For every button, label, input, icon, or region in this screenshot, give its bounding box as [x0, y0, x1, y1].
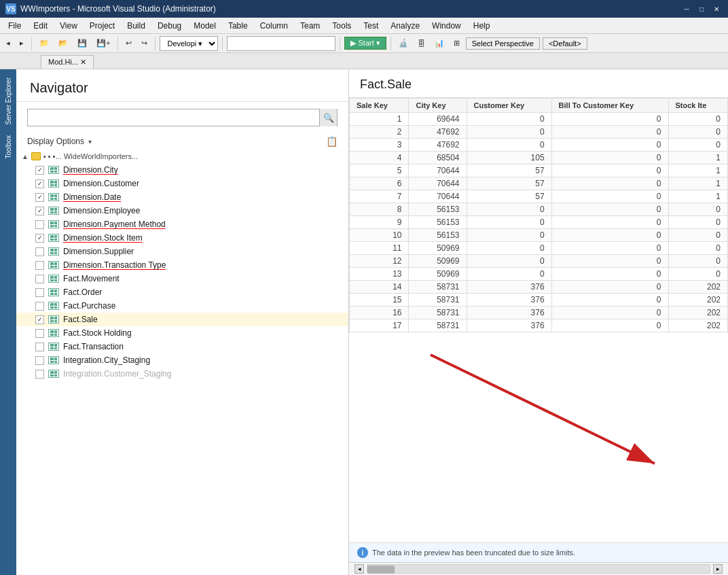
undo-button[interactable]: ↩: [122, 37, 135, 50]
menu-table[interactable]: Table: [223, 20, 253, 32]
window-controls: ─ □ ✕: [680, 3, 723, 14]
forward-button[interactable]: ▸: [16, 37, 27, 50]
menu-tools[interactable]: Tools: [327, 20, 357, 32]
table-cell: 0: [551, 307, 668, 319]
table-cell: 0: [467, 229, 551, 242]
menu-project[interactable]: Project: [84, 20, 120, 32]
display-options-dropdown-icon[interactable]: ▾: [88, 138, 92, 145]
new-project-button[interactable]: 📁: [36, 37, 52, 50]
table-item[interactable]: ✓ Dimension.Customer: [16, 177, 348, 190]
table-cell: 0: [551, 229, 668, 242]
scroll-right-button[interactable]: ▸: [713, 564, 723, 574]
checkbox-dimension-supplier[interactable]: [35, 247, 44, 256]
checkbox-fact-stockholding[interactable]: [35, 329, 44, 338]
search-input[interactable]: [28, 111, 319, 124]
menu-column[interactable]: Column: [255, 20, 293, 32]
table-cell: 0: [668, 242, 727, 255]
sidebar-toolbox[interactable]: Toolbox: [2, 130, 15, 164]
checkbox-fact-sale[interactable]: ✓: [35, 315, 44, 324]
checkbox-integration-customer[interactable]: [35, 370, 44, 379]
table-item[interactable]: Dimension.Transaction Type: [16, 258, 348, 272]
table-cell: 1: [668, 190, 727, 203]
tab-model-history[interactable]: Mod.Hi... ✕: [41, 55, 94, 69]
menu-analyze[interactable]: Analyze: [385, 20, 425, 32]
table-item[interactable]: Integration.City_Staging: [16, 353, 348, 367]
db-button[interactable]: 🗄: [414, 37, 429, 50]
preview-table-wrapper[interactable]: Sale Key City Key Customer Key Bill To C…: [349, 98, 728, 542]
col-city-key: City Key: [409, 99, 467, 113]
checkbox-dimension-customer[interactable]: ✓: [35, 179, 44, 188]
table-cell: 50969: [409, 255, 467, 268]
table-item[interactable]: Fact.Movement: [16, 272, 348, 285]
table-item[interactable]: ✓ Dimension.Stock Item: [16, 231, 348, 245]
menu-test[interactable]: Test: [358, 20, 384, 32]
table-cell: 8: [350, 203, 409, 216]
close-button[interactable]: ✕: [710, 3, 723, 14]
menu-window[interactable]: Window: [426, 20, 467, 32]
save-button[interactable]: 💾: [74, 37, 90, 50]
table-item[interactable]: Fact.Stock Holding: [16, 326, 348, 340]
start-button[interactable]: ▶ Start ▾: [344, 37, 386, 50]
table-name-integration-customer: Integration.Customer_Staging: [63, 369, 171, 379]
default-perspective[interactable]: <Default>: [543, 37, 587, 50]
table-item[interactable]: Fact.Order: [16, 285, 348, 299]
maximize-button[interactable]: □: [695, 3, 708, 14]
table-item[interactable]: Dimension.Payment Method: [16, 217, 348, 231]
menu-debug[interactable]: Debug: [152, 20, 187, 32]
menu-edit[interactable]: Edit: [28, 20, 53, 32]
redo-button[interactable]: ↪: [138, 37, 151, 50]
tree-root-node[interactable]: ▲ ▪ ▪ ▪... WideWorldImporters...: [16, 150, 348, 163]
perf-button[interactable]: 🔬: [395, 37, 412, 50]
chart-button[interactable]: 📊: [431, 37, 448, 50]
tree-expand-icon[interactable]: ▲: [22, 153, 29, 160]
col-customer-key: Customer Key: [467, 99, 551, 113]
checkbox-integration-city[interactable]: [35, 356, 44, 365]
app-title: WWImporters - Microsoft Visual Studio (A…: [20, 4, 216, 14]
checkbox-fact-transaction[interactable]: [35, 343, 44, 351]
table-item[interactable]: ✓ Dimension.Date: [16, 190, 348, 204]
config-dropdown[interactable]: Developi ▾: [160, 36, 218, 51]
checkbox-fact-order[interactable]: [35, 288, 44, 297]
checkbox-dimension-date[interactable]: ✓: [35, 193, 44, 202]
title-bar: VS WWImporters - Microsoft Visual Studio…: [0, 0, 728, 18]
menu-build[interactable]: Build: [122, 20, 151, 32]
checkbox-dimension-stockitem[interactable]: ✓: [35, 234, 44, 243]
minimize-button[interactable]: ─: [680, 3, 693, 14]
grid-button[interactable]: ⊞: [450, 37, 463, 50]
checkbox-dimension-transaction[interactable]: [35, 261, 44, 270]
table-item[interactable]: Dimension.Supplier: [16, 245, 348, 258]
open-button[interactable]: 📂: [55, 37, 71, 50]
sidebar-server-explorer[interactable]: Server Explorer: [2, 72, 15, 130]
checkbox-dimension-city[interactable]: ✓: [35, 166, 44, 175]
table-icon: [48, 329, 59, 337]
col-bill-customer-key: Bill To Customer Key: [551, 99, 668, 113]
display-options-settings-icon[interactable]: 📋: [326, 136, 338, 147]
menu-model[interactable]: Model: [188, 20, 221, 32]
back-button[interactable]: ◂: [3, 37, 14, 50]
table-item[interactable]: Fact.Purchase: [16, 299, 348, 313]
search-icon[interactable]: 🔍: [319, 109, 337, 126]
table-row: 1350969000: [350, 268, 728, 281]
scroll-track[interactable]: [367, 564, 710, 574]
checkbox-dimension-employee[interactable]: ✓: [35, 207, 44, 215]
table-name-fact-purchase: Fact.Purchase: [63, 301, 115, 311]
display-options-label: Display Options: [27, 137, 84, 146]
save-all-button[interactable]: 💾+: [93, 37, 113, 50]
preview-title: Fact.Sale: [349, 69, 728, 98]
table-item[interactable]: ✓ Dimension.City: [16, 163, 348, 177]
checkbox-fact-movement[interactable]: [35, 275, 44, 283]
menu-bar: File Edit View Project Build Debug Model…: [0, 18, 728, 34]
menu-help[interactable]: Help: [468, 20, 496, 32]
table-item[interactable]: Integration.Customer_Staging: [16, 367, 348, 381]
separator-2: [117, 37, 118, 50]
checkbox-dimension-payment[interactable]: [35, 220, 44, 229]
table-item[interactable]: Fact.Transaction: [16, 340, 348, 353]
table-item-fact-sale[interactable]: ✓ Fact.Sale: [16, 313, 348, 326]
menu-team[interactable]: Team: [295, 20, 325, 32]
checkbox-fact-purchase[interactable]: [35, 302, 44, 311]
select-perspective-button[interactable]: Select Perspective: [466, 37, 540, 50]
scroll-left-button[interactable]: ◂: [354, 564, 364, 574]
menu-file[interactable]: File: [3, 20, 26, 32]
table-item[interactable]: ✓ Dimension.Employee: [16, 204, 348, 217]
menu-view[interactable]: View: [54, 20, 83, 32]
